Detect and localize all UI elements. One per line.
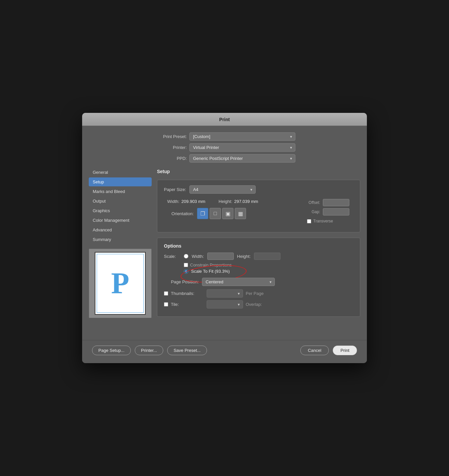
overlap-label: Overlap: [246,302,262,307]
sidebar-item-summary[interactable]: Summary [89,235,152,244]
landscape-icon: □ [214,211,217,216]
sidebar: General Setup Marks and Bleed Output Gra… [89,168,152,333]
page-position-label: Page Position: [164,279,199,284]
constrain-row: Constrain Proportions [184,262,353,267]
dialog-title-bar: Print [82,113,367,126]
scale-row: Scale: Width: Height: [164,253,353,260]
page-preview: P [89,249,152,318]
orientation-label: Orientation: [164,211,194,216]
transverse-checkbox[interactable] [307,219,311,223]
ppd-label: PPD: [154,156,187,161]
tile-row: Tile: Overlap: [164,300,353,309]
paper-size-label: Paper Size: [164,187,186,192]
cancel-button[interactable]: Cancel [300,346,329,355]
printer-label: Printer: [154,145,187,150]
sidebar-item-general[interactable]: General [89,168,152,177]
orientation-buttons: ❐ □ ▣ ▦ [197,208,246,219]
per-page-label: Per Page [246,291,264,296]
gap-label: Gap: [307,210,320,214]
offset-label: Offset: [307,200,320,205]
scale-to-fit-row: Scale To Fit (93.3%) [184,269,353,274]
reverse-portrait-icon: ▦ [238,211,243,217]
height-label: Height: [219,199,232,204]
printer-button[interactable]: Printer... [135,346,163,355]
orient-reverse-landscape[interactable]: ▣ [222,208,233,219]
paper-section: Paper Size: A4 Width: 209.903 mm [157,180,360,232]
save-preset-button[interactable]: Save Preset... [167,346,207,355]
setup-panel-title: Setup [157,169,170,174]
print-preset-label: Print Preset: [154,134,187,139]
height-value: 297.039 mm [234,199,258,204]
options-title: Options [164,243,353,249]
main-body: General Setup Marks and Bleed Output Gra… [82,168,367,340]
printer-select[interactable]: Virtual Printer [189,143,295,152]
tile-label: Tile: [171,302,204,307]
content-panel: Setup Paper Size: A4 Wi [157,168,360,333]
thumbnails-row: Thumbnails: Per Page [164,289,353,298]
height-scale-label: Height: [237,254,251,259]
orient-landscape[interactable]: □ [210,208,221,219]
scale-to-fit-label: Scale To Fit (93.3%) [191,269,230,274]
preview-inner: P [95,252,146,315]
sidebar-item-output[interactable]: Output [89,197,152,206]
preview-letter: P [111,268,129,298]
paper-size-wrapper[interactable]: A4 [189,185,256,194]
height-group: Height: 297.039 mm [219,199,258,204]
tile-select-wrapper[interactable] [207,300,243,309]
sidebar-item-graphics[interactable]: Graphics [89,206,152,215]
setup-right: Offset: Gap: Transverse [307,199,353,227]
width-value: 209.903 mm [181,199,205,204]
setup-left: Width: 209.903 mm Height: 297.039 mm Ori… [164,199,300,227]
dimensions-row: Width: 209.903 mm Height: 297.039 mm [164,199,300,204]
thumbnails-select-wrapper[interactable] [207,289,243,298]
print-preset-select[interactable]: [Custom] [189,132,295,141]
ppd-wrapper[interactable]: Generic PostScript Printer [189,154,295,163]
thumbnails-label: Thumbnails: [171,291,204,296]
top-fields: Print Preset: [Custom] Printer: Virtual … [82,126,367,168]
offset-row: Offset: [307,199,353,206]
options-section: Options Scale: Width: Height: Constrain … [157,238,360,317]
gap-input[interactable] [323,208,349,215]
page-position-select[interactable]: Centered [202,278,275,286]
scale-label: Scale: [164,254,180,259]
ppd-row: PPD: Generic PostScript Printer [95,154,354,163]
sidebar-item-marks-bleed[interactable]: Marks and Bleed [89,187,152,196]
print-button[interactable]: Print [333,346,357,355]
scale-to-fit-radio[interactable] [184,269,188,274]
orient-portrait[interactable]: ❐ [197,208,208,219]
sidebar-item-advanced[interactable]: Advanced [89,225,152,234]
orient-reverse-portrait[interactable]: ▦ [235,208,246,219]
ppd-select[interactable]: Generic PostScript Printer [189,154,295,163]
dialog-title: Print [219,117,230,122]
tile-select[interactable] [207,300,243,309]
reverse-landscape-icon: ▣ [225,211,230,217]
print-preset-wrapper[interactable]: [Custom] [189,132,295,141]
width-scale-input[interactable] [207,253,234,260]
scale-radio[interactable] [184,254,188,259]
gap-row: Gap: [307,208,353,215]
sidebar-item-setup[interactable]: Setup [89,177,152,186]
height-scale-input[interactable] [254,253,280,260]
thumbnails-select[interactable] [207,289,243,298]
constrain-checkbox[interactable] [184,263,188,267]
width-label: Width: [167,199,179,204]
page-setup-button[interactable]: Page Setup... [92,346,131,355]
paper-size-row: Paper Size: A4 [164,185,353,194]
tile-checkbox[interactable] [164,302,168,307]
width-group: Width: 209.903 mm [167,199,205,204]
paper-size-select[interactable]: A4 [189,185,256,194]
page-position-wrapper[interactable]: Centered [202,278,275,286]
print-preset-row: Print Preset: [Custom] [95,132,354,141]
constrain-label: Constrain Proportions [190,262,232,267]
offset-input[interactable] [323,199,349,206]
portrait-icon: ❐ [200,211,205,217]
printer-wrapper[interactable]: Virtual Printer [189,143,295,152]
orientation-row: Orientation: ❐ □ ▣ [164,208,300,219]
printer-row: Printer: Virtual Printer [95,143,354,152]
thumbnails-checkbox[interactable] [164,291,168,296]
sidebar-item-color-management[interactable]: Color Management [89,216,152,225]
print-dialog: Print Print Preset: [Custom] Printer: Vi… [82,113,367,363]
page-position-row: Page Position: Centered [164,278,353,286]
width-scale-label: Width: [192,254,204,259]
transverse-row: Transverse [307,219,353,223]
